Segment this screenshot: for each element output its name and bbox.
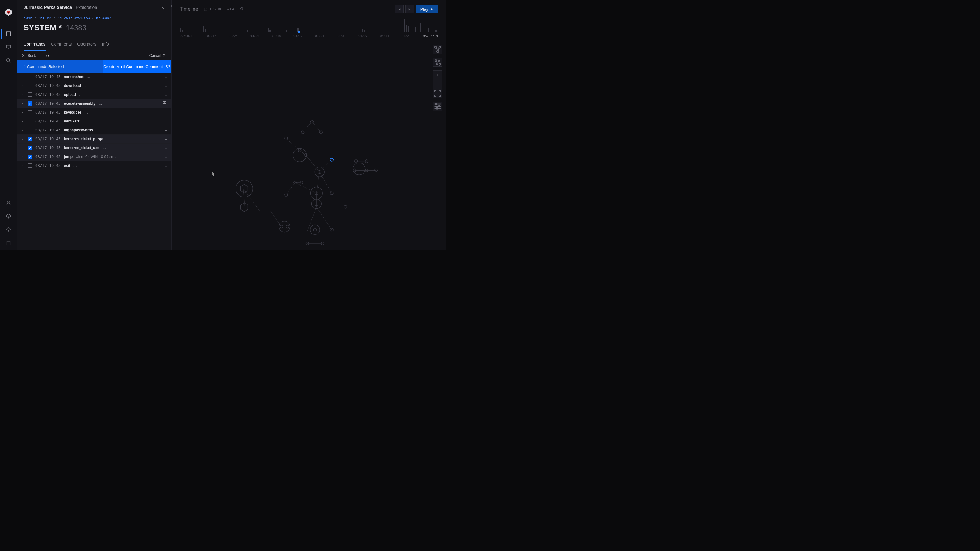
row-checkbox[interactable] [28, 155, 32, 159]
graph-zoom-in-button[interactable]: + [433, 70, 442, 79]
nav-log[interactable] [1, 236, 16, 250]
command-row[interactable]: › 08/17 19:45 keylogger … + [18, 108, 172, 117]
timeline-tick: 04/21 [401, 34, 411, 38]
timeline-bar [420, 23, 421, 32]
command-row[interactable]: › 08/17 19:45 download … + [18, 81, 172, 90]
timeline-daterange[interactable]: 02/08—05/04 [204, 7, 234, 11]
row-add-icon[interactable]: + [164, 110, 167, 115]
row-checkbox[interactable] [28, 119, 32, 123]
expand-chevron-icon[interactable]: › [22, 93, 25, 97]
nav-settings[interactable] [1, 223, 16, 236]
command-row[interactable]: › 08/17 19:45 jump winrm64 WIN-10-99 smb… [18, 152, 172, 161]
breadcrumb-2[interactable]: PNL2K13APVADFS3 [57, 16, 90, 20]
breadcrumb-3[interactable]: Beacons [96, 16, 111, 20]
expand-chevron-icon[interactable]: › [22, 164, 25, 167]
svg-point-60 [313, 228, 317, 231]
breadcrumb-home[interactable]: Home [24, 16, 32, 20]
row-args: … [84, 84, 88, 88]
graph-layout-button[interactable] [433, 45, 442, 54]
expand-chevron-icon[interactable]: › [22, 102, 25, 105]
expand-chevron-icon[interactable]: › [22, 111, 25, 114]
row-checkbox[interactable] [28, 164, 32, 168]
row-add-icon[interactable]: + [164, 154, 167, 159]
cursor-icon [211, 171, 216, 176]
row-checkbox[interactable] [28, 75, 32, 79]
expand-chevron-icon[interactable]: › [22, 155, 25, 159]
svg-line-21 [320, 160, 332, 172]
timeline-ticks: 02/08/1902/1702/2403/0303/1003/1703/2403… [180, 34, 438, 38]
expand-chevron-icon[interactable]: › [22, 129, 25, 132]
tab-info[interactable]: Info [102, 39, 109, 51]
command-row[interactable]: › 08/17 19:45 mimikatz … + [18, 117, 172, 126]
graph-settings-button[interactable] [433, 102, 442, 111]
breadcrumb-1[interactable]: 2HTTPS [38, 16, 51, 20]
timeline-bar [203, 26, 204, 32]
command-row[interactable]: › 08/17 19:45 logonpasswords … + [18, 126, 172, 135]
timeline-next-button[interactable] [406, 5, 414, 13]
timeline-play-button[interactable]: Play [416, 5, 438, 13]
row-add-icon[interactable]: + [164, 83, 167, 89]
row-timestamp: 08/17 19:45 [35, 146, 60, 150]
row-checkbox[interactable] [28, 128, 32, 132]
command-list: › 08/17 19:45 screenshot … + › 08/17 19:… [18, 73, 172, 250]
nav-search[interactable] [1, 54, 16, 67]
nav-user[interactable] [1, 196, 16, 210]
svg-line-33 [271, 211, 282, 227]
cancel-selection-button[interactable]: Cancel✕ [150, 54, 165, 58]
command-row[interactable]: › 08/17 19:45 kerberos_ticket_purge … + [18, 135, 172, 144]
command-row[interactable]: › 08/17 19:45 screenshot … + [18, 73, 172, 81]
expand-chevron-icon[interactable]: › [22, 146, 25, 150]
create-multi-comment-button[interactable]: Create Multi-Command Comment [103, 60, 172, 73]
row-timestamp: 08/17 19:45 [35, 84, 60, 88]
row-add-icon[interactable]: + [164, 75, 167, 79]
row-add-icon[interactable]: + [164, 163, 167, 168]
command-row[interactable]: › 08/17 19:45 kerberos_ticket_use … + [18, 144, 172, 152]
row-add-icon[interactable]: + [164, 128, 167, 133]
timeline-bar [404, 19, 406, 32]
row-checkbox[interactable] [28, 137, 32, 141]
svg-line-17 [312, 122, 321, 132]
timeline-tick: 04/07 [358, 34, 368, 38]
timeline-bar [180, 29, 181, 32]
command-row[interactable]: › 08/17 19:45 exit … + [18, 161, 172, 170]
row-timestamp: 08/17 19:45 [35, 110, 60, 114]
row-comment-icon[interactable] [162, 101, 167, 106]
svg-rect-5 [9, 33, 11, 36]
command-row[interactable]: › 08/17 19:45 execute-assembly … [18, 99, 172, 108]
row-checkbox[interactable] [28, 101, 32, 106]
row-add-icon[interactable]: + [164, 92, 167, 97]
row-timestamp: 08/17 19:45 [35, 155, 60, 159]
expand-chevron-icon[interactable]: › [22, 137, 25, 141]
row-checkbox[interactable] [28, 84, 32, 88]
graph-randomize-button[interactable] [433, 57, 442, 67]
svg-point-11 [8, 229, 10, 230]
clear-sort-icon[interactable]: ✕ [22, 53, 25, 58]
graph-zoom-out-button[interactable]: − [433, 79, 442, 89]
row-add-icon[interactable]: + [164, 119, 167, 124]
row-add-icon[interactable]: + [164, 137, 167, 142]
svg-rect-14 [163, 101, 166, 103]
tab-commands[interactable]: Commands [24, 39, 46, 51]
expand-chevron-icon[interactable]: › [22, 84, 25, 87]
tab-comments[interactable]: Comments [51, 39, 72, 51]
row-checkbox[interactable] [28, 110, 32, 114]
nav-help[interactable] [1, 210, 16, 223]
tab-operators[interactable]: Operators [77, 39, 96, 51]
nav-presentation[interactable] [1, 40, 16, 54]
nav-explore[interactable] [1, 27, 16, 40]
svg-point-43 [320, 131, 323, 134]
network-graph[interactable]: + − [172, 39, 446, 250]
expand-chevron-icon[interactable]: › [22, 120, 25, 123]
sort-dropdown[interactable]: Time ▾ [38, 54, 49, 58]
collapse-panel-button[interactable]: ‹‹ [162, 5, 165, 10]
graph-fit-button[interactable] [433, 89, 442, 98]
row-args: … [103, 146, 106, 150]
expand-chevron-icon[interactable]: › [22, 75, 25, 79]
timeline-prev-button[interactable] [395, 5, 404, 13]
row-checkbox[interactable] [28, 92, 32, 97]
svg-point-61 [310, 225, 320, 235]
row-checkbox[interactable] [28, 146, 32, 150]
row-add-icon[interactable]: + [164, 145, 167, 151]
command-row[interactable]: › 08/17 19:45 upload … + [18, 90, 172, 99]
timeline-refresh-icon[interactable] [240, 7, 244, 12]
